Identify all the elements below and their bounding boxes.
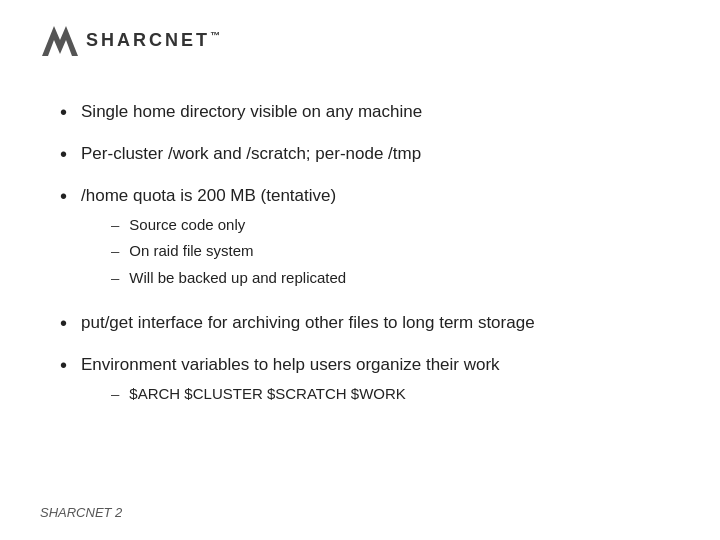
- sub-dash-3-3: –: [111, 267, 119, 290]
- sub-bullets-5: – $ARCH $CLUSTER $SCRATCH $WORK: [111, 383, 680, 406]
- bullet-text-1: Single home directory visible on any mac…: [81, 100, 680, 124]
- bullet-dot-4: •: [60, 311, 67, 335]
- bullet-text-5: Environment variables to help users orga…: [81, 353, 680, 409]
- bullet-item-1: • Single home directory visible on any m…: [60, 100, 680, 124]
- bullet-dot-2: •: [60, 142, 67, 166]
- bullet-item-4: • put/get interface for archiving other …: [60, 311, 680, 335]
- slide: SHARCNET™ • Single home directory visibl…: [0, 0, 720, 540]
- bullet-item-5: • Environment variables to help users or…: [60, 353, 680, 409]
- logo-icon: [40, 20, 80, 60]
- sub-bullet-3-1: – Source code only: [111, 214, 680, 237]
- sub-bullet-5-1: – $ARCH $CLUSTER $SCRATCH $WORK: [111, 383, 680, 406]
- bullet-dot-3: •: [60, 184, 67, 208]
- svg-marker-0: [42, 26, 78, 56]
- sub-bullets-3: – Source code only – On raid file system…: [111, 214, 680, 290]
- logo-text: SHARCNET™: [86, 30, 223, 51]
- sub-dash-3-2: –: [111, 240, 119, 263]
- bullet-item-2: • Per-cluster /work and /scratch; per-no…: [60, 142, 680, 166]
- bullet-text-3: /home quota is 200 MB (tentative) – Sour…: [81, 184, 680, 293]
- content: • Single home directory visible on any m…: [40, 100, 680, 410]
- sub-bullet-3-2: – On raid file system: [111, 240, 680, 263]
- footer: SHARCNET 2: [40, 505, 122, 520]
- logo-container: SHARCNET™: [40, 20, 223, 60]
- sub-dash-3-1: –: [111, 214, 119, 237]
- bullet-text-2: Per-cluster /work and /scratch; per-node…: [81, 142, 680, 166]
- sub-dash-5-1: –: [111, 383, 119, 406]
- header: SHARCNET™: [40, 20, 680, 60]
- bullet-text-4: put/get interface for archiving other fi…: [81, 311, 680, 335]
- sub-bullet-3-3: – Will be backed up and replicated: [111, 267, 680, 290]
- bullet-dot-1: •: [60, 100, 67, 124]
- bullet-dot-5: •: [60, 353, 67, 377]
- bullet-item-3: • /home quota is 200 MB (tentative) – So…: [60, 184, 680, 293]
